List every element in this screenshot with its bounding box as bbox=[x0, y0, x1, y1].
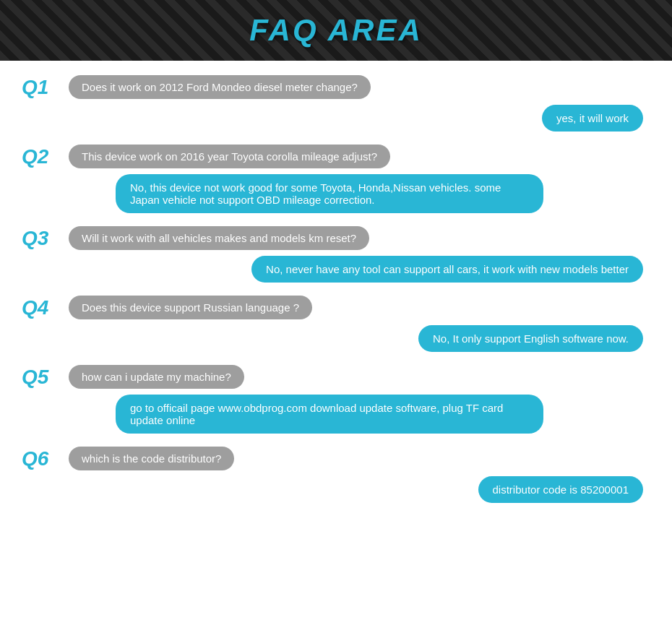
faq-content: Q1Does it work on 2012 Ford Mondeo diese… bbox=[0, 61, 672, 530]
question-bubble: This device work on 2016 year Toyota cor… bbox=[69, 145, 390, 168]
answer-bubble: yes, it will work bbox=[542, 105, 643, 132]
question-row: Q4Does this device support Russian langu… bbox=[22, 296, 650, 319]
answer-row: distributor code is 85200001 bbox=[22, 476, 650, 503]
faq-item: Q4Does this device support Russian langu… bbox=[22, 296, 650, 352]
question-label: Q3 bbox=[22, 227, 61, 250]
faq-item: Q1Does it work on 2012 Ford Mondeo diese… bbox=[22, 75, 650, 132]
question-bubble: which is the code distributor? bbox=[69, 447, 234, 470]
answer-bubble: No, It only support English software now… bbox=[418, 325, 643, 352]
header: FAQ AREA bbox=[0, 0, 672, 61]
header-title: FAQ AREA bbox=[249, 13, 422, 47]
answer-row: No, this device not work good for some T… bbox=[22, 174, 650, 213]
question-label: Q4 bbox=[22, 296, 61, 319]
question-row: Q2This device work on 2016 year Toyota c… bbox=[22, 145, 650, 168]
answer-row: No, never have any tool can support all … bbox=[22, 256, 650, 283]
question-label: Q6 bbox=[22, 447, 61, 470]
question-row: Q6which is the code distributor? bbox=[22, 447, 650, 470]
question-label: Q5 bbox=[22, 366, 61, 389]
question-label: Q1 bbox=[22, 76, 61, 99]
answer-row: No, It only support English software now… bbox=[22, 325, 650, 352]
answer-row: yes, it will work bbox=[22, 105, 650, 132]
answer-row: go to officail page www.obdprog.com down… bbox=[22, 395, 650, 434]
answer-bubble: No, this device not work good for some T… bbox=[116, 174, 543, 213]
answer-bubble: distributor code is 85200001 bbox=[478, 476, 643, 503]
question-bubble: Will it work with all vehicles makes and… bbox=[69, 226, 369, 250]
faq-item: Q3Will it work with all vehicles makes a… bbox=[22, 226, 650, 283]
faq-item: Q2This device work on 2016 year Toyota c… bbox=[22, 145, 650, 213]
answer-bubble: go to officail page www.obdprog.com down… bbox=[116, 395, 543, 434]
question-label: Q2 bbox=[22, 145, 61, 168]
question-row: Q1Does it work on 2012 Ford Mondeo diese… bbox=[22, 75, 650, 99]
question-bubble: Does this device support Russian languag… bbox=[69, 296, 312, 319]
faq-item: Q5how can i update my machine?go to offi… bbox=[22, 365, 650, 434]
question-row: Q3Will it work with all vehicles makes a… bbox=[22, 226, 650, 250]
question-bubble: Does it work on 2012 Ford Mondeo diesel … bbox=[69, 75, 371, 99]
question-bubble: how can i update my machine? bbox=[69, 365, 244, 389]
answer-bubble: No, never have any tool can support all … bbox=[251, 256, 643, 283]
question-row: Q5how can i update my machine? bbox=[22, 365, 650, 389]
faq-item: Q6which is the code distributor?distribu… bbox=[22, 447, 650, 503]
